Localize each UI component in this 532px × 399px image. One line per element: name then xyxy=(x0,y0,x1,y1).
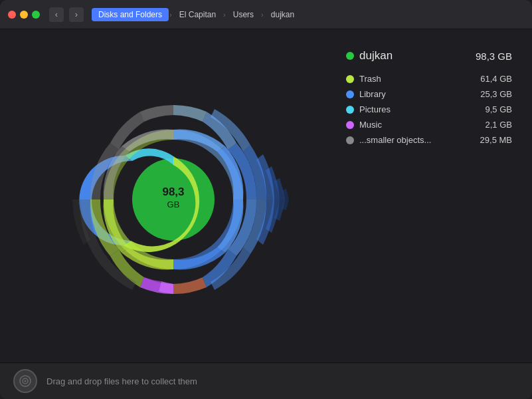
svg-text:GB: GB xyxy=(167,200,179,209)
breadcrumb-el-capitan[interactable]: El Capitan xyxy=(173,8,222,21)
sunburst-chart[interactable]: 98,3 GB xyxy=(60,53,286,339)
legend-item-pictures[interactable]: Pictures 9,5 GB xyxy=(346,102,512,116)
legend-title-row: dujkan 98,3 GB xyxy=(346,49,512,63)
legend-size-library: 25,3 GB xyxy=(480,89,512,99)
legend-label-pictures: Pictures xyxy=(359,104,391,114)
legend-size-music: 2,1 GB xyxy=(486,120,512,130)
breadcrumb: Disks and Folders › El Capitan › Users ›… xyxy=(92,8,301,21)
drop-text: Drag and drop files here to collect them xyxy=(46,376,197,386)
legend-item-music[interactable]: Music 2,1 GB xyxy=(346,118,512,132)
legend-dot-library xyxy=(346,90,354,98)
breadcrumb-users[interactable]: Users xyxy=(226,8,260,21)
svg-point-5 xyxy=(25,380,27,382)
legend-label-smaller: ...smaller objects... xyxy=(359,135,431,145)
legend-title-dot xyxy=(346,52,354,60)
close-button[interactable] xyxy=(8,11,16,19)
legend-label-music: Music xyxy=(359,120,382,130)
breadcrumb-sep-3: › xyxy=(261,11,264,19)
legend-item-trash[interactable]: Trash 61,4 GB xyxy=(346,72,512,86)
forward-button[interactable]: › xyxy=(69,7,84,22)
legend-dot-smaller xyxy=(346,136,354,144)
legend-dot-pictures xyxy=(346,106,354,114)
breadcrumb-disks-and-folders[interactable]: Disks and Folders xyxy=(92,8,169,21)
back-button[interactable]: ‹ xyxy=(49,7,64,22)
legend-dot-trash xyxy=(346,75,354,83)
legend-label-trash: Trash xyxy=(359,74,381,84)
legend-size-pictures: 9,5 GB xyxy=(486,104,512,114)
legend-size-trash: 61,4 GB xyxy=(480,74,512,84)
minimize-button[interactable] xyxy=(20,11,28,19)
breadcrumb-dujkan[interactable]: dujkan xyxy=(264,8,301,21)
titlebar: ‹ › Disks and Folders › El Capitan › Use… xyxy=(0,0,532,29)
legend-item-library[interactable]: Library 25,3 GB xyxy=(346,87,512,101)
legend: dujkan 98,3 GB Trash 61,4 GB Library 25,… xyxy=(333,36,519,356)
traffic-lights xyxy=(8,11,40,19)
breadcrumb-sep-2: › xyxy=(223,11,226,19)
chart-area: 98,3 GB xyxy=(13,36,333,356)
main-content: 98,3 GB xyxy=(0,29,532,362)
legend-title-text: dujkan xyxy=(359,49,393,63)
legend-label-library: Library xyxy=(359,89,386,99)
collect-icon xyxy=(19,374,32,388)
fullscreen-button[interactable] xyxy=(32,11,40,19)
legend-title-size: 98,3 GB xyxy=(476,51,512,62)
svg-text:98,3: 98,3 xyxy=(162,186,184,198)
drop-zone[interactable]: Drag and drop files here to collect them xyxy=(0,362,532,399)
legend-item-smaller[interactable]: ...smaller objects... 29,5 MB xyxy=(346,133,512,147)
drop-icon xyxy=(13,369,37,393)
legend-title: dujkan xyxy=(346,49,393,63)
breadcrumb-sep-1: › xyxy=(169,11,172,19)
legend-size-smaller: 29,5 MB xyxy=(480,135,512,145)
legend-dot-music xyxy=(346,121,354,129)
